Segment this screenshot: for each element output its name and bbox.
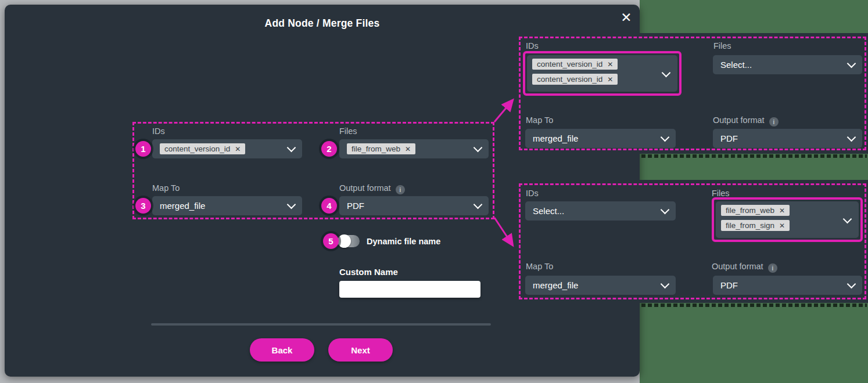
selected-tag: content_version_id ✕ — [532, 74, 618, 85]
close-icon[interactable]: ✕ — [618, 9, 634, 26]
main-form-callout-box: IDs content_version_id ✕ Files file_from… — [132, 122, 494, 219]
dynamic-file-name-toggle[interactable] — [339, 235, 360, 247]
background-text-artifact — [641, 154, 867, 158]
chevron-down-icon — [847, 279, 856, 288]
selected-tag: file_from_sign ✕ — [721, 220, 790, 231]
files-select[interactable]: Select... — [713, 55, 862, 74]
info-icon[interactable]: i — [768, 263, 777, 273]
background-text-artifact — [641, 303, 867, 307]
tag-label: file_from_web — [726, 206, 774, 215]
map-to-label: Map To — [526, 262, 553, 271]
output-format-label: Output formati — [713, 115, 779, 127]
map-to-select[interactable]: merged_file — [525, 129, 676, 148]
files-multiselect[interactable]: file_from_web ✕ file_from_sign ✕ — [716, 201, 859, 238]
select-value: PDF — [347, 201, 475, 211]
custom-name-label: Custom Name — [339, 267, 398, 277]
selected-tag: file_from_web ✕ — [721, 205, 790, 216]
selected-tag: content_version_id ✕ — [160, 143, 245, 154]
info-icon[interactable]: i — [396, 185, 405, 194]
chevron-down-icon — [474, 143, 483, 152]
tag-label: content_version_id — [537, 75, 602, 84]
tag-label: content_version_id — [164, 144, 230, 153]
tag-remove-icon[interactable]: ✕ — [779, 207, 785, 214]
chevron-down-icon — [662, 68, 671, 77]
tag-label: file_from_web — [351, 144, 400, 153]
toggle-knob — [338, 234, 351, 248]
output-format-label: Output formati — [712, 262, 777, 273]
custom-name-input[interactable] — [339, 281, 480, 298]
files-highlight-box: file_from_web ✕ file_from_sign ✕ — [712, 197, 863, 242]
files-label: Files — [712, 189, 730, 198]
select-value: merged_file — [533, 133, 662, 143]
callout-panel-top: IDs content_version_id ✕ content_version… — [519, 37, 866, 150]
select-value: PDF — [720, 133, 848, 143]
chevron-down-icon — [661, 205, 670, 214]
ids-label: IDs — [152, 127, 165, 136]
chevron-down-icon — [847, 59, 856, 68]
output-format-label: Output formati — [339, 183, 405, 194]
step-badge-5: 5 — [323, 233, 339, 249]
step-badge-4: 4 — [321, 198, 337, 214]
chevron-down-icon — [847, 132, 856, 142]
chevron-down-icon — [287, 143, 296, 152]
map-to-select[interactable]: merged_file — [152, 196, 302, 215]
output-format-select[interactable]: PDF — [713, 129, 862, 148]
select-value: merged_file — [533, 280, 662, 290]
map-to-select[interactable]: merged_file — [525, 276, 676, 295]
tag-remove-icon[interactable]: ✕ — [779, 222, 785, 229]
page-title: Add Node / Merge Files — [5, 17, 640, 30]
callout-panel-bottom: IDs Select... Files file_from_web ✕ file… — [519, 183, 866, 299]
selected-tag: file_from_web ✕ — [347, 143, 415, 154]
tag-label: content_version_id — [537, 60, 602, 68]
ids-highlight-box: content_version_id ✕ content_version_id … — [523, 51, 682, 96]
selected-tag: content_version_id ✕ — [532, 59, 618, 70]
chevron-down-icon — [474, 200, 483, 209]
ids-select[interactable]: content_version_id ✕ — [152, 139, 302, 158]
output-format-select[interactable]: PDF — [339, 196, 489, 215]
chevron-down-icon — [661, 279, 670, 288]
tag-remove-icon[interactable]: ✕ — [235, 146, 241, 153]
files-label: Files — [339, 127, 357, 136]
ids-label: IDs — [526, 189, 539, 198]
select-value: merged_file — [160, 201, 288, 211]
divider — [151, 323, 491, 326]
tag-remove-icon[interactable]: ✕ — [607, 61, 613, 68]
map-to-label: Map To — [526, 115, 553, 125]
tag-label: file_from_sign — [726, 221, 774, 230]
files-label: Files — [713, 41, 731, 50]
step-badge-2: 2 — [321, 141, 337, 157]
select-value: PDF — [720, 280, 848, 290]
files-select[interactable]: file_from_web ✕ — [339, 139, 489, 158]
ids-select[interactable]: Select... — [525, 201, 676, 221]
step-badge-3: 3 — [135, 198, 151, 214]
dynamic-file-name-label: Dynamic file name — [367, 237, 440, 246]
chevron-down-icon — [661, 132, 670, 142]
chevron-down-icon — [287, 200, 296, 209]
step-badge-1: 1 — [135, 141, 151, 157]
info-icon[interactable]: i — [769, 117, 779, 127]
ids-label: IDs — [526, 41, 539, 50]
next-button[interactable]: Next — [328, 338, 393, 362]
chevron-down-icon — [843, 214, 852, 223]
output-format-select[interactable]: PDF — [713, 276, 862, 295]
select-value: Select... — [720, 60, 848, 70]
select-value: Select... — [533, 206, 662, 216]
tag-remove-icon[interactable]: ✕ — [607, 76, 613, 83]
tag-remove-icon[interactable]: ✕ — [405, 146, 411, 153]
map-to-label: Map To — [152, 183, 180, 193]
back-button[interactable]: Back — [250, 338, 314, 362]
ids-multiselect[interactable]: content_version_id ✕ content_version_id … — [527, 55, 677, 92]
